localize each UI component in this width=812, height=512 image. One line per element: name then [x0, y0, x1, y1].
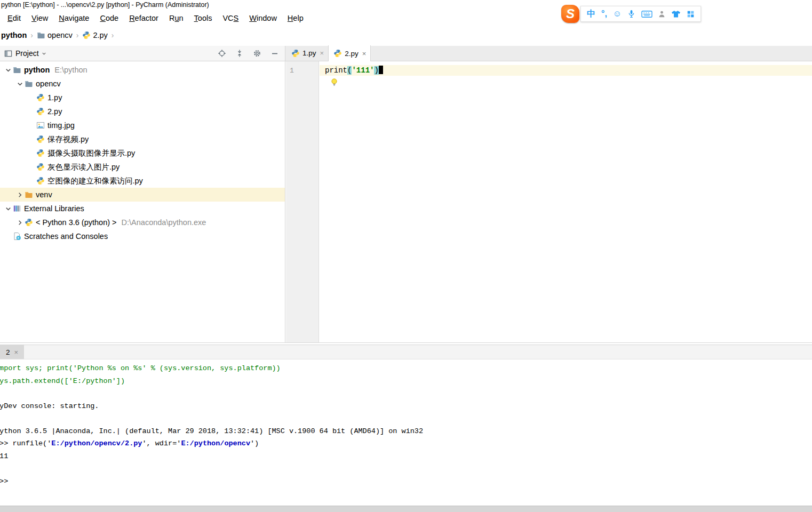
- editor-pane[interactable]: 1 print('111'): [286, 61, 812, 342]
- menu-code[interactable]: Code: [94, 12, 124, 25]
- tree-item-.py[interactable]: 摄像头摄取图像并显示.py: [0, 146, 285, 160]
- chevron-right-icon[interactable]: [15, 191, 25, 199]
- tree-item-.py[interactable]: 灰色显示读入图片.py: [0, 160, 285, 174]
- chevron-down-icon[interactable]: [15, 80, 25, 88]
- console-tab-strip: 2 ×: [0, 345, 812, 359]
- editor-tab-1.py[interactable]: 1.py×: [286, 45, 328, 61]
- console-file-link[interactable]: E:/python/opencv: [181, 439, 250, 447]
- menu-vcs[interactable]: VCS: [217, 12, 244, 25]
- tab-close-icon[interactable]: ×: [362, 50, 367, 58]
- menu-edit[interactable]: Edit: [2, 12, 26, 25]
- console-tab-close-icon[interactable]: ×: [14, 348, 19, 356]
- ime-user-icon[interactable]: [658, 10, 665, 18]
- editor-tab-2.py[interactable]: 2.py×: [328, 45, 371, 61]
- console-text: sys.path.extend(['E:/python']): [0, 377, 125, 385]
- tree-item-2.py[interactable]: 2.py: [0, 105, 285, 118]
- code-token-plain: print: [325, 66, 347, 75]
- console-line: >>>: [0, 475, 812, 488]
- ime-chinese-mode-icon[interactable]: 中: [587, 10, 595, 18]
- python-file-icon: [333, 49, 342, 58]
- console-file-link[interactable]: E:/python/opencv/2.py: [51, 439, 142, 447]
- console-line: [0, 387, 812, 400]
- text-cursor: [379, 66, 383, 74]
- project-dropdown-arrow-icon[interactable]: [41, 51, 47, 57]
- tree-item-1.py[interactable]: 1.py: [0, 91, 285, 105]
- menu-navigate[interactable]: Navigate: [53, 12, 94, 25]
- python-file-icon: [291, 49, 300, 58]
- tree-item-external-libraries[interactable]: External Libraries: [0, 202, 285, 215]
- tree-item-label: python: [24, 66, 50, 74]
- tree-item-label: < Python 3.6 (python) >: [36, 218, 117, 227]
- console-tab[interactable]: 2 ×: [0, 345, 24, 359]
- tab-close-icon[interactable]: ×: [320, 49, 324, 57]
- editor-code-area[interactable]: print('111'): [320, 61, 812, 342]
- tree-item-timg.jpg[interactable]: timg.jpg: [0, 118, 285, 132]
- console-line: sys.path.extend(['E:/python']): [0, 375, 812, 388]
- tree-item-python-3.6-python[interactable]: < Python 3.6 (python) >D:\Anaconda\pytho…: [0, 215, 285, 229]
- tree-item-label: 空图像的建立和像素访问.py: [47, 176, 143, 186]
- menu-help[interactable]: Help: [282, 12, 309, 25]
- tree-item-scratches-and-consoles[interactable]: Scratches and Consoles: [0, 229, 285, 243]
- breadcrumb-label: opencv: [47, 31, 73, 39]
- tree-item-python[interactable]: pythonE:\python: [0, 63, 285, 77]
- ime-skin-icon[interactable]: [671, 10, 681, 18]
- breadcrumb-separator: ›: [30, 31, 33, 39]
- locate-icon[interactable]: [218, 49, 226, 58]
- chevron-down-icon[interactable]: [3, 205, 13, 213]
- breadcrumb-2.py[interactable]: 2.py: [82, 31, 107, 39]
- console-panel[interactable]: import sys; print('Python %s on %s' % (s…: [0, 359, 812, 506]
- collapse-all-icon[interactable]: [235, 49, 244, 58]
- console-text: Python 3.6.5 |Anaconda, Inc.| (default, …: [0, 427, 423, 435]
- breadcrumb-opencv[interactable]: opencv: [37, 31, 73, 39]
- ime-punctuation-icon[interactable]: °,: [601, 10, 607, 18]
- tree-item-opencv[interactable]: opencv: [0, 77, 285, 91]
- intention-bulb-icon[interactable]: [330, 78, 338, 89]
- console-text: >>> runfile(': [0, 439, 51, 447]
- tree-item-.py[interactable]: 保存视频.py: [0, 132, 285, 146]
- console-text: PyDev console: starting.: [0, 402, 99, 410]
- tab-label: 2.py: [345, 50, 359, 58]
- settings-icon[interactable]: [253, 49, 261, 58]
- console-text: '): [250, 439, 259, 447]
- tree-item-label: opencv: [36, 79, 61, 88]
- sogou-logo-icon[interactable]: S: [561, 5, 579, 23]
- tree-item-label: 2.py: [47, 107, 62, 116]
- editor-tab-bar: 1.py×2.py×: [285, 46, 812, 61]
- python-file-icon: [36, 135, 46, 143]
- tree-item-.py[interactable]: 空图像的建立和像素访问.py: [0, 174, 285, 188]
- menu-run[interactable]: Run: [164, 12, 189, 25]
- chevron-right-icon[interactable]: [15, 219, 25, 227]
- python-file-icon: [36, 177, 46, 185]
- ime-keyboard-icon[interactable]: [641, 10, 652, 18]
- tree-item-label: External Libraries: [24, 204, 84, 213]
- menu-tools[interactable]: Tools: [189, 12, 218, 25]
- tree-item-label: 1.py: [47, 93, 62, 102]
- code-token-brace: ): [374, 66, 378, 75]
- console-text: ', wdir=': [142, 439, 181, 447]
- menu-refactor[interactable]: Refactor: [124, 12, 164, 25]
- project-panel-title[interactable]: Project: [15, 49, 39, 58]
- python-file-icon: [36, 93, 46, 102]
- code-line[interactable]: print('111'): [325, 65, 383, 76]
- ime-microphone-icon[interactable]: [627, 9, 635, 19]
- tree-item-path: D:\Anaconda\python.exe: [122, 218, 206, 227]
- breadcrumb-python[interactable]: python: [1, 31, 27, 39]
- hide-icon[interactable]: [270, 49, 279, 58]
- ime-toolbox-icon[interactable]: [687, 10, 695, 18]
- window-title: python [E:\python] - ...\opencv\2.py [py…: [1, 1, 209, 9]
- console-text: import sys; print('Python %s on %s' % (s…: [0, 364, 281, 372]
- project-panel-header: Project: [0, 46, 285, 61]
- bottom-edge-bar: [0, 506, 812, 512]
- tree-item-venv[interactable]: venv: [0, 188, 285, 202]
- python-file-icon: [82, 31, 91, 39]
- menu-window[interactable]: Window: [244, 12, 282, 25]
- editor-console-splitter[interactable]: [0, 342, 812, 343]
- breadcrumb: python›opencv›2.py›: [0, 28, 812, 42]
- ime-emoji-icon[interactable]: ☺: [613, 10, 622, 18]
- chevron-down-icon[interactable]: [3, 66, 13, 74]
- console-line: PyDev console: starting.: [0, 400, 812, 413]
- tree-item-label: 摄像头摄取图像并显示.py: [47, 148, 135, 158]
- image-file-icon: [36, 121, 46, 130]
- tree-item-label: 灰色显示读入图片.py: [47, 162, 120, 172]
- menu-view[interactable]: View: [26, 12, 53, 25]
